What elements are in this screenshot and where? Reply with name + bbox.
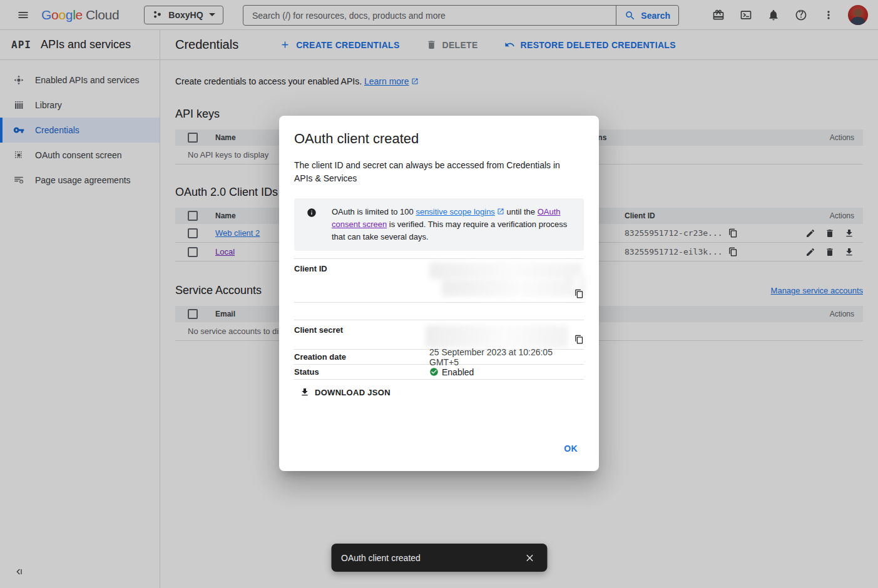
client-id-redacted xyxy=(566,275,585,289)
app-root: Google Cloud BoxyHQ Search xyxy=(0,0,878,588)
download-json-label: DOWNLOAD JSON xyxy=(315,388,391,397)
client-id-value-area xyxy=(429,264,584,302)
client-id-label: Client ID xyxy=(294,264,429,302)
credential-fields: Client ID Client secret Creation date 2 xyxy=(294,258,584,380)
copy-client-secret-icon[interactable] xyxy=(574,335,584,344)
creation-date-label: Creation date xyxy=(294,352,429,362)
check-circle-icon xyxy=(429,367,439,377)
client-id-redacted xyxy=(442,279,584,297)
creation-date-row: Creation date 25 September 2023 at 10:26… xyxy=(294,349,584,364)
notice-text: OAuth is limited to 100 sensitive scope … xyxy=(332,206,574,243)
external-link-icon xyxy=(497,206,504,214)
dialog-description: The client ID and secret can always be a… xyxy=(294,159,573,185)
copy-client-id-icon[interactable] xyxy=(574,289,584,298)
creation-date-value: 25 September 2023 at 10:26:05 GMT+5 xyxy=(429,347,584,367)
dialog-title: OAuth client created xyxy=(294,131,584,147)
oauth-client-created-dialog: OAuth client created The client ID and s… xyxy=(279,116,599,471)
client-secret-row: Client secret xyxy=(294,320,584,349)
verification-notice: OAuth is limited to 100 sensitive scope … xyxy=(294,198,584,251)
close-icon[interactable] xyxy=(519,548,539,568)
status-row: Status Enabled xyxy=(294,364,584,380)
status-value-area: Enabled xyxy=(429,367,584,377)
client-secret-redacted xyxy=(426,325,568,348)
spacer-row xyxy=(294,302,584,320)
toast-message: OAuth client created xyxy=(341,553,519,563)
sensitive-scope-logins-link[interactable]: sensitive scope logins xyxy=(416,207,494,216)
client-secret-label: Client secret xyxy=(294,325,429,349)
snackbar-toast: OAuth client created xyxy=(331,544,547,572)
client-secret-value-area xyxy=(429,325,584,349)
status-badge: Enabled xyxy=(442,367,474,377)
status-label: Status xyxy=(294,367,429,377)
client-id-row: Client ID xyxy=(294,258,584,302)
info-icon xyxy=(307,208,317,218)
ok-button[interactable]: OK xyxy=(559,440,583,457)
notice-mid: until the xyxy=(504,207,538,216)
client-id-redacted xyxy=(429,263,582,279)
download-json-button[interactable]: DOWNLOAD JSON xyxy=(300,387,391,397)
notice-pre: OAuth is limited to 100 xyxy=(332,207,416,216)
download-icon xyxy=(300,387,310,397)
